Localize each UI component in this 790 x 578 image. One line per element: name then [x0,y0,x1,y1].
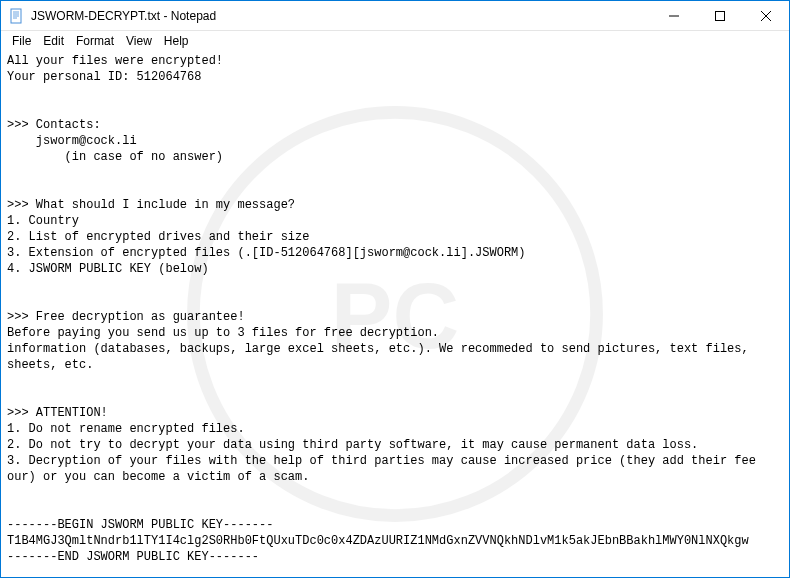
line: 1. Country [7,214,79,228]
titlebar[interactable]: JSWORM-DECRYPT.txt - Notepad [1,1,789,31]
line: information (databases, backups, large e… [7,342,749,356]
menu-view[interactable]: View [121,33,157,49]
line: -------END JSWORM PUBLIC KEY------- [7,550,259,564]
line: All your files were encrypted! [7,54,223,68]
close-button[interactable] [743,1,789,30]
notepad-icon [9,8,25,24]
menu-edit[interactable]: Edit [38,33,69,49]
title-left: JSWORM-DECRYPT.txt - Notepad [1,8,216,24]
window-title: JSWORM-DECRYPT.txt - Notepad [31,9,216,23]
line: >>> Contacts: [7,118,101,132]
minimize-button[interactable] [651,1,697,30]
menubar: File Edit Format View Help [1,31,789,51]
menu-format[interactable]: Format [71,33,119,49]
line: sheets, etc. [7,358,93,372]
line: >>> What should I include in my message? [7,198,295,212]
line: 3. Decryption of your files with the hel… [7,454,756,468]
window-controls [651,1,789,30]
line: 2. Do not try to decrypt your data using… [7,438,698,452]
notepad-window: JSWORM-DECRYPT.txt - Notepad File Edit F… [0,0,790,578]
svg-rect-6 [716,11,725,20]
line: Your personal ID: 512064768 [7,70,201,84]
line: >>> Free decryption as guarantee! [7,310,245,324]
line: our) or you can become a victim of a sca… [7,470,309,484]
line: jsworm@cock.li [7,134,137,148]
line: >>> ATTENTION! [7,406,108,420]
menu-file[interactable]: File [7,33,36,49]
line: (in case of no answer) [7,150,223,164]
line: -------BEGIN JSWORM PUBLIC KEY------- [7,518,273,532]
menu-help[interactable]: Help [159,33,194,49]
line: 2. List of encrypted drives and their si… [7,230,309,244]
line: Before paying you send us up to 3 files … [7,326,439,340]
line: 1. Do not rename encrypted files. [7,422,245,436]
line: 3. Extension of encrypted files (.[ID-51… [7,246,525,260]
text-area[interactable]: All your files were encrypted! Your pers… [1,51,789,577]
maximize-button[interactable] [697,1,743,30]
line: T1B4MGJ3QmltNndrb1lTY1I4clg2S0RHb0FtQUxu… [7,534,749,548]
line: 4. JSWORM PUBLIC KEY (below) [7,262,209,276]
